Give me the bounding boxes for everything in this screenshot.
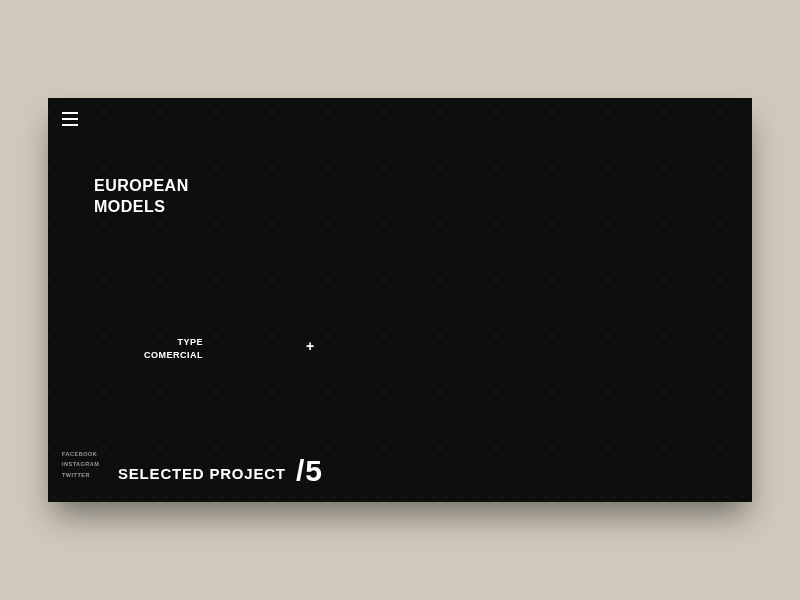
social-link-facebook[interactable]: FACEBOOK [62,449,99,459]
social-link-instagram[interactable]: INSTAGRAM [62,459,99,469]
dot-grid-background [48,98,752,502]
project-title: EUROPEAN MODELS [94,176,189,218]
social-link-twitter[interactable]: TWITTER [62,470,99,480]
plus-icon: + [306,338,314,354]
project-meta-value: COMERCIAL [144,349,203,362]
app-window: EUROPEAN MODELS TYPE COMERCIAL + FACEBOO… [48,98,752,502]
social-links: FACEBOOK INSTAGRAM TWITTER [62,449,99,480]
expand-button[interactable]: + [306,338,314,354]
selected-project-label: SELECTED PROJECT [118,465,286,482]
hamburger-icon[interactable] [62,112,78,126]
project-meta: TYPE COMERCIAL [144,336,203,361]
project-title-line2: MODELS [94,197,189,218]
project-counter: /5 [296,454,323,488]
project-title-line1: EUROPEAN [94,176,189,197]
project-meta-label: TYPE [144,336,203,349]
